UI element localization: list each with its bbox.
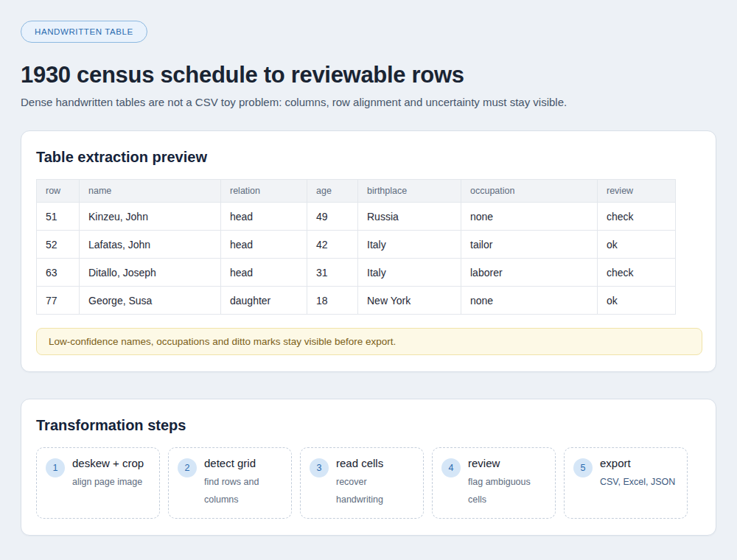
step-title: detect grid [204,457,282,469]
column-header-row: row [37,180,80,203]
name-cell: Lafatas, John [80,231,221,259]
transformation-steps-card: Transformation steps 1 deskew + crop ali… [21,399,716,536]
table-row: 77 George, Susa daughter 18 New York non… [37,287,676,315]
table-row: 63 Ditallo, Joseph head 31 Italy laborer… [37,259,676,287]
birthplace-cell: Italy [358,259,461,287]
step-review: 4 review flag ambiguous cells [432,447,556,519]
occupation-cell: none [461,203,598,231]
name-cell: Ditallo, Joseph [80,259,221,287]
name-cell: Kinzeu, John [80,203,221,231]
row-number-cell: 77 [37,287,80,315]
column-header-occupation: occupation [461,180,598,203]
table-extraction-card: Table extraction preview row name relati… [21,130,716,372]
column-header-relation: relation [221,180,307,203]
age-cell: 42 [307,231,358,259]
step-read-cells: 3 read cells recover handwriting [300,447,424,519]
table-row: 52 Lafatas, John head 42 Italy tailor ok [37,231,676,259]
review-cell: check [598,203,676,231]
step-deskew-crop: 1 deskew + crop align page image [36,447,160,519]
occupation-cell: laborer [461,259,598,287]
step-description: flag ambiguous cells [468,474,546,509]
relation-cell: head [221,231,307,259]
step-title: review [468,457,546,469]
step-number-badge: 3 [310,458,329,477]
step-detect-grid: 2 detect grid find rows and columns [168,447,292,519]
step-number-badge: 1 [46,458,65,477]
table-row: 51 Kinzeu, John head 49 Russia none chec… [37,203,676,231]
column-header-birthplace: birthplace [358,180,461,203]
column-header-age: age [307,180,358,203]
low-confidence-notice: Low-confidence names, occupations and di… [36,328,702,355]
column-header-name: name [80,180,221,203]
step-description: align page image [72,474,144,491]
name-cell: George, Susa [80,287,221,315]
extraction-table: row name relation age birthplace occupat… [36,179,676,315]
step-number-badge: 2 [178,458,197,477]
step-number-badge: 5 [573,458,593,477]
step-title: read cells [336,457,414,469]
age-cell: 49 [307,203,358,231]
column-header-review: review [598,180,676,203]
age-cell: 31 [307,259,358,287]
age-cell: 18 [307,287,358,315]
relation-cell: daughter [221,287,307,315]
occupation-cell: none [461,287,598,315]
page: HANDWRITTEN TABLE 1930 census schedule t… [0,0,737,556]
row-number-cell: 51 [37,203,80,231]
relation-cell: head [221,259,307,287]
step-description: find rows and columns [204,474,282,509]
review-cell: ok [598,231,676,259]
step-title: export [600,457,675,469]
step-description: CSV, Excel, JSON [600,474,675,491]
birthplace-cell: Italy [358,231,461,259]
birthplace-cell: Russia [358,203,461,231]
steps-list: 1 deskew + crop align page image 2 detec… [36,447,702,519]
table-header-row: row name relation age birthplace occupat… [37,180,676,203]
handwritten-table-badge: HANDWRITTEN TABLE [21,21,147,43]
row-number-cell: 63 [37,259,80,287]
occupation-cell: tailor [461,231,598,259]
step-number-badge: 4 [441,458,461,477]
step-description: recover handwriting [336,474,414,509]
relation-cell: head [221,203,307,231]
step-title: deskew + crop [72,457,144,469]
transformation-steps-heading: Transformation steps [36,417,702,434]
step-export: 5 export CSV, Excel, JSON [564,447,688,519]
page-title: 1930 census schedule to reviewable rows [21,62,716,88]
birthplace-cell: New York [358,287,461,315]
review-cell: ok [598,287,676,315]
page-subtitle: Dense handwritten tables are not a CSV t… [21,96,716,108]
table-extraction-heading: Table extraction preview [36,149,702,166]
review-cell: check [598,259,676,287]
row-number-cell: 52 [37,231,80,259]
